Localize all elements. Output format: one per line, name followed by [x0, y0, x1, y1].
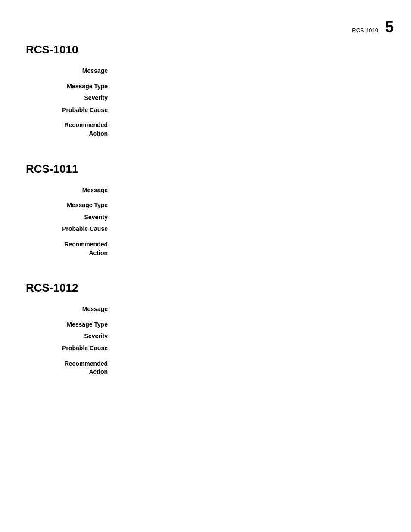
field-label-rcs-1010-2: Severity: [26, 94, 116, 103]
entry-fields-rcs-1012: MessageMessage TypeSeverityProbable Caus…: [26, 305, 394, 380]
field-value-rcs-1011-0: [116, 186, 394, 195]
entry-title-rcs-1010: RCS-1010: [26, 43, 394, 56]
field-row-rcs-1010-2: Severity: [26, 94, 394, 103]
header-code: RCS-1010: [352, 27, 378, 34]
field-label-rcs-1012-3: Probable Cause: [26, 344, 116, 353]
entry-rcs-1012: RCS-1012MessageMessage TypeSeverityProba…: [26, 281, 394, 380]
field-row-rcs-1010-3: Probable Cause: [26, 106, 394, 115]
field-row-rcs-1011-3: Probable Cause: [26, 225, 394, 233]
field-label-rcs-1011-0: Message: [26, 186, 116, 195]
field-value-rcs-1010-2: [116, 94, 394, 103]
entry-title-rcs-1012: RCS-1012: [26, 281, 394, 295]
field-label-rcs-1010-4: RecommendedAction: [26, 121, 116, 138]
entry-title-rcs-1011: RCS-1011: [26, 162, 394, 176]
field-row-rcs-1012-1: Message Type: [26, 320, 394, 329]
field-row-rcs-1011-2: Severity: [26, 213, 394, 222]
field-value-rcs-1010-4: [116, 121, 394, 138]
field-value-rcs-1012-3: [116, 344, 394, 353]
field-row-rcs-1012-2: Severity: [26, 332, 394, 341]
entry-fields-rcs-1010: MessageMessage TypeSeverityProbable Caus…: [26, 67, 394, 142]
page-header: RCS-1010 5: [352, 18, 394, 36]
field-value-rcs-1011-3: [116, 225, 394, 233]
field-row-rcs-1011-1: Message Type: [26, 201, 394, 210]
entry-rcs-1011: RCS-1011MessageMessage TypeSeverityProba…: [26, 162, 394, 261]
field-row-rcs-1010-4: RecommendedAction: [26, 121, 394, 138]
entry-fields-rcs-1011: MessageMessage TypeSeverityProbable Caus…: [26, 186, 394, 261]
field-label-rcs-1010-1: Message Type: [26, 82, 116, 91]
field-row-rcs-1010-1: Message Type: [26, 82, 394, 91]
field-label-rcs-1010-0: Message: [26, 67, 116, 75]
field-label-rcs-1011-4: RecommendedAction: [26, 240, 116, 257]
field-value-rcs-1010-1: [116, 82, 394, 91]
field-row-rcs-1012-3: Probable Cause: [26, 344, 394, 353]
field-value-rcs-1011-4: [116, 240, 394, 257]
field-label-rcs-1012-1: Message Type: [26, 320, 116, 329]
field-label-rcs-1011-2: Severity: [26, 213, 116, 222]
field-value-rcs-1010-0: [116, 67, 394, 75]
field-row-rcs-1012-0: Message: [26, 305, 394, 314]
field-label-rcs-1011-1: Message Type: [26, 201, 116, 210]
field-row-rcs-1010-0: Message: [26, 67, 394, 75]
field-label-rcs-1012-4: RecommendedAction: [26, 360, 116, 376]
field-label-rcs-1011-3: Probable Cause: [26, 225, 116, 233]
field-row-rcs-1012-4: RecommendedAction: [26, 360, 394, 376]
field-value-rcs-1010-3: [116, 106, 394, 115]
field-value-rcs-1012-2: [116, 332, 394, 341]
field-value-rcs-1011-2: [116, 213, 394, 222]
field-value-rcs-1012-0: [116, 305, 394, 314]
field-row-rcs-1011-0: Message: [26, 186, 394, 195]
page-content: RCS-1010MessageMessage TypeSeverityProba…: [0, 0, 411, 426]
header-page-number: 5: [385, 18, 394, 36]
field-label-rcs-1012-2: Severity: [26, 332, 116, 341]
field-row-rcs-1011-4: RecommendedAction: [26, 240, 394, 257]
field-label-rcs-1012-0: Message: [26, 305, 116, 314]
field-value-rcs-1011-1: [116, 201, 394, 210]
entry-rcs-1010: RCS-1010MessageMessage TypeSeverityProba…: [26, 43, 394, 142]
field-value-rcs-1012-1: [116, 320, 394, 329]
field-value-rcs-1012-4: [116, 360, 394, 376]
field-label-rcs-1010-3: Probable Cause: [26, 106, 116, 115]
